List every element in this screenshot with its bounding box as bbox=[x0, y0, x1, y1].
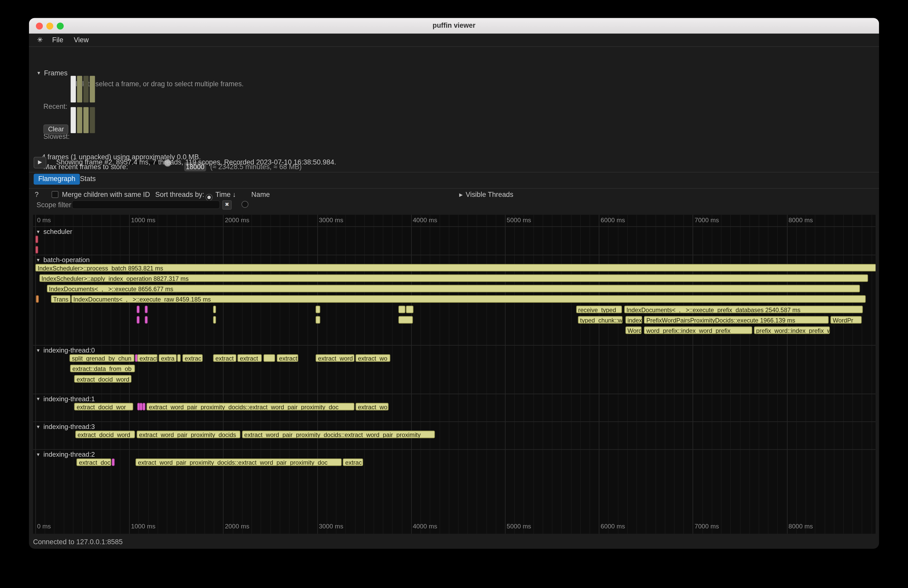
flamegraph-canvas[interactable]: 0 ms0 ms1000 ms1000 ms2000 ms2000 ms3000… bbox=[33, 215, 875, 533]
scope-span[interactable]: extrac bbox=[182, 354, 203, 362]
clear-button[interactable]: Clear bbox=[43, 124, 69, 134]
visible-threads-toggle[interactable]: ▶Visible Threads bbox=[459, 190, 514, 199]
tab-stats[interactable]: Stats bbox=[76, 174, 101, 185]
scope-span[interactable] bbox=[316, 316, 320, 323]
scope-span[interactable]: IndexDocuments<_, _>::execute 8656.677 m… bbox=[47, 285, 860, 292]
scope-span[interactable]: index bbox=[625, 316, 642, 323]
scope-span[interactable]: extrac bbox=[343, 458, 363, 466]
scope-span[interactable] bbox=[145, 306, 148, 313]
tab-flamegraph[interactable]: Flamegraph bbox=[34, 174, 80, 185]
scope-span[interactable]: extra bbox=[159, 354, 177, 362]
time-tick-label: 6000 ms bbox=[601, 217, 625, 223]
scope-span[interactable]: IndexScheduler>::process_batch 8953.821 … bbox=[35, 264, 876, 272]
frame-thumbnail[interactable] bbox=[77, 76, 82, 103]
scope-span[interactable]: extract bbox=[237, 354, 261, 362]
scope-span[interactable] bbox=[213, 316, 216, 323]
gridline bbox=[411, 215, 412, 533]
scope-span[interactable] bbox=[264, 354, 275, 362]
scope-span[interactable]: word_prefix::index_word_prefix bbox=[644, 326, 752, 334]
scope-span[interactable]: split_grenad_by_chun bbox=[70, 354, 135, 362]
gridline bbox=[552, 215, 552, 533]
scope-span[interactable] bbox=[112, 458, 115, 466]
frame-thumbnail[interactable] bbox=[84, 107, 89, 133]
gridline bbox=[307, 215, 308, 533]
frame-thumbnail[interactable] bbox=[71, 107, 76, 133]
scope-span[interactable]: extract_docid_word bbox=[75, 431, 135, 438]
play-button[interactable]: ▶ bbox=[34, 157, 47, 169]
frame-info: Showing frame #2, 8957.4 ms, 7 threads, … bbox=[56, 158, 336, 166]
frame-thumbnail[interactable] bbox=[84, 76, 89, 103]
scope-span[interactable] bbox=[142, 403, 145, 410]
scope-span[interactable] bbox=[316, 306, 320, 313]
scope-span[interactable]: extract_word_pair_proximity_docids::extr… bbox=[147, 403, 354, 410]
frame-thumbnail[interactable] bbox=[90, 107, 95, 133]
scope-span[interactable] bbox=[35, 246, 38, 254]
thread-header-indexing-thread-0[interactable]: ▼indexing-thread:0 bbox=[36, 346, 95, 354]
gridline bbox=[204, 215, 205, 533]
frame-thumbnail[interactable] bbox=[77, 107, 82, 133]
thread-header-scheduler[interactable]: ▼scheduler bbox=[36, 227, 72, 235]
scope-span[interactable]: extract_wo bbox=[356, 403, 389, 410]
thread-header-indexing-thread-2[interactable]: ▼indexing-thread:2 bbox=[36, 450, 95, 458]
scope-span[interactable] bbox=[399, 306, 405, 313]
scope-span[interactable]: extract bbox=[137, 354, 158, 362]
scope-span[interactable]: extract_docid_word bbox=[74, 375, 132, 382]
scope-span[interactable]: IndexDocuments<_, _>::execute_prefix_dat… bbox=[624, 306, 863, 313]
frames-section-header[interactable]: ▼Frames bbox=[37, 69, 68, 78]
scope-span[interactable]: PrefixWordPairsProximityDocids::execute … bbox=[644, 316, 829, 323]
sort-name-radio[interactable] bbox=[241, 201, 248, 208]
scope-span[interactable]: extract_wo bbox=[356, 354, 390, 362]
time-tick-label: 3000 ms bbox=[319, 217, 343, 223]
scope-span[interactable]: Word bbox=[625, 326, 642, 334]
scope-span[interactable]: IndexScheduler>::apply_index_operation 8… bbox=[39, 274, 868, 282]
scope-span[interactable] bbox=[213, 306, 216, 313]
scope-span[interactable]: receive_typed_ bbox=[576, 306, 622, 313]
merge-checkbox[interactable] bbox=[52, 191, 59, 198]
thread-header-indexing-thread-3[interactable]: ▼indexing-thread:3 bbox=[36, 423, 95, 431]
scope-span[interactable] bbox=[399, 316, 412, 323]
clear-filter-button[interactable]: ✖ bbox=[222, 200, 232, 210]
scope-span[interactable] bbox=[137, 316, 140, 323]
scope-span[interactable] bbox=[145, 316, 148, 323]
scope-span[interactable]: extract::data_from_ob bbox=[70, 365, 135, 372]
scope-span[interactable]: extract bbox=[277, 354, 298, 362]
scope-span[interactable]: extract_doc bbox=[77, 458, 111, 466]
gridline bbox=[298, 215, 299, 533]
scope-span[interactable]: extract_word bbox=[316, 354, 354, 362]
scope-span[interactable]: prefix_word::index_prefix_wo bbox=[754, 326, 830, 334]
scope-filter-input[interactable] bbox=[72, 200, 220, 209]
thread-header-batch-operation[interactable]: ▼batch-operation bbox=[36, 256, 90, 264]
scope-span[interactable]: extract_word_pair_proximity_docids::extr… bbox=[242, 431, 435, 438]
menu-view[interactable]: View bbox=[74, 36, 89, 44]
sort-time-label[interactable]: Time ↓ bbox=[215, 190, 236, 198]
gridline bbox=[214, 215, 214, 533]
scope-span[interactable] bbox=[35, 236, 38, 243]
scope-span[interactable] bbox=[137, 306, 140, 313]
scope-span[interactable] bbox=[36, 295, 39, 303]
gridline bbox=[571, 215, 571, 533]
asterisk-icon[interactable]: ✳ bbox=[37, 36, 43, 44]
titlebar[interactable]: puffin viewer bbox=[29, 18, 879, 34]
thread-header-indexing-thread-1[interactable]: ▼indexing-thread:1 bbox=[36, 395, 95, 403]
scope-span[interactable]: extract_docid_wor bbox=[74, 403, 134, 410]
scope-span[interactable]: extract_word_pair_proximity_docids::extr… bbox=[135, 458, 341, 466]
frame-thumbnail[interactable] bbox=[90, 76, 95, 103]
slowest-frames-thumbnails[interactable] bbox=[71, 107, 95, 133]
sort-name-label[interactable]: Name bbox=[251, 190, 270, 198]
menu-file[interactable]: File bbox=[52, 36, 63, 44]
scope-span[interactable] bbox=[177, 354, 180, 362]
help-button[interactable]: ? bbox=[35, 190, 39, 198]
scope-span[interactable]: typed_chunk::w bbox=[578, 316, 622, 323]
scope-span[interactable]: extract bbox=[213, 354, 236, 362]
merge-label[interactable]: Merge children with same ID bbox=[62, 190, 150, 198]
scope-span[interactable] bbox=[406, 306, 413, 313]
scope-span[interactable]: WordPr bbox=[831, 316, 861, 323]
frame-thumbnail[interactable] bbox=[71, 76, 76, 103]
scope-span[interactable]: Trans bbox=[51, 295, 71, 303]
gridline bbox=[796, 215, 797, 533]
sort-time-radio[interactable] bbox=[206, 194, 213, 201]
time-tick-label: 7000 ms bbox=[694, 217, 719, 223]
scope-span[interactable]: extract_word_pair_proximity_docids bbox=[137, 431, 240, 438]
recent-frames-thumbnails[interactable] bbox=[71, 76, 95, 103]
scope-span[interactable]: IndexDocuments<_, _>::execute_raw 8459.1… bbox=[71, 295, 866, 303]
